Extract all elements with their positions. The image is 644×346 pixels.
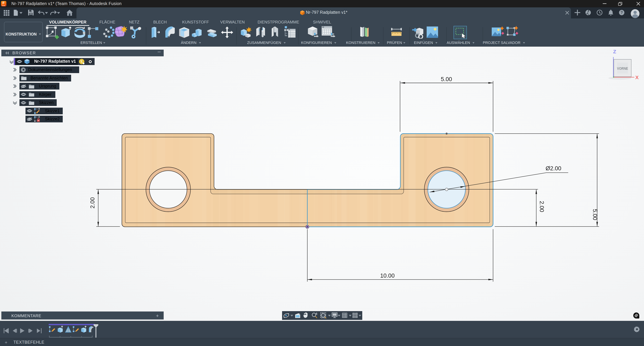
svg-text:Z: Z	[613, 49, 616, 54]
svg-text:VORNE: VORNE	[617, 66, 628, 71]
svg-text:5.00: 5.00	[441, 76, 452, 82]
svg-text:5.00: 5.00	[592, 209, 598, 220]
svg-text:T.: T.	[80, 60, 83, 63]
svg-text:2.00: 2.00	[539, 201, 545, 212]
svg-text:Ø2.00: Ø2.00	[546, 165, 561, 171]
svg-text:10.00: 10.00	[380, 272, 394, 279]
svg-text:2.00: 2.00	[89, 197, 96, 209]
svg-text:X: X	[635, 75, 639, 80]
svg-text:?: ?	[620, 10, 623, 15]
